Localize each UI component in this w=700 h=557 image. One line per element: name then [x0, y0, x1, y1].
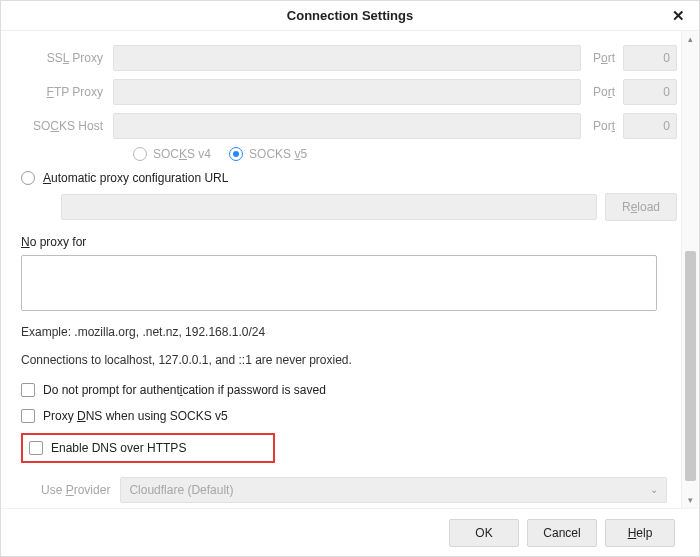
chevron-down-icon: ⌄ — [650, 484, 658, 495]
provider-value: Cloudflare (Default) — [129, 483, 233, 497]
checkbox-icon — [29, 441, 43, 455]
radio-icon — [229, 147, 243, 161]
checkbox-icon — [21, 383, 35, 397]
auto-config-url-input[interactable] — [61, 194, 597, 220]
help-button[interactable]: Help — [605, 519, 675, 547]
socks-host-row: SOCKS Host Port — [21, 113, 677, 139]
no-proxy-textarea[interactable] — [21, 255, 657, 311]
socks-port-input[interactable] — [623, 113, 677, 139]
highlight-box: Enable DNS over HTTPS — [21, 433, 275, 463]
ssl-port-label: Port — [587, 51, 617, 65]
radio-icon — [21, 171, 35, 185]
content-wrap: SSL Proxy Port FTP Proxy Port SOCKS Host… — [1, 31, 699, 508]
socks-v5-label: SOCKS v5 — [249, 147, 307, 161]
dialog-title: Connection Settings — [287, 8, 413, 23]
scroll-up-arrow-icon[interactable]: ▴ — [682, 31, 699, 47]
checkbox-icon — [21, 409, 35, 423]
proxy-dns-checkbox-row[interactable]: Proxy DNS when using SOCKS v5 — [21, 409, 677, 423]
ok-button[interactable]: OK — [449, 519, 519, 547]
no-proxy-note: Connections to localhost, 127.0.0.1, and… — [21, 350, 677, 370]
scroll-down-arrow-icon[interactable]: ▾ — [682, 492, 699, 508]
cancel-button[interactable]: Cancel — [527, 519, 597, 547]
reload-button[interactable]: Reload — [605, 193, 677, 221]
ssl-proxy-input[interactable] — [113, 45, 581, 71]
ftp-proxy-row: FTP Proxy Port — [21, 79, 677, 105]
no-proxy-example: Example: .mozilla.org, .net.nz, 192.168.… — [21, 322, 677, 342]
content: SSL Proxy Port FTP Proxy Port SOCKS Host… — [1, 31, 681, 508]
provider-select[interactable]: Cloudflare (Default) ⌄ — [120, 477, 667, 503]
provider-label: Use Provider — [41, 483, 110, 497]
no-proxy-label: No proxy for — [21, 235, 677, 249]
socks-port-label: Port — [587, 119, 617, 133]
socks-v5-radio[interactable]: SOCKS v5 — [229, 147, 307, 161]
vertical-scrollbar[interactable]: ▴ ▾ — [681, 31, 699, 508]
socks-host-label: SOCKS Host — [21, 119, 107, 133]
auto-config-radio[interactable]: Automatic proxy configuration URL — [21, 171, 677, 185]
ftp-port-input[interactable] — [623, 79, 677, 105]
ftp-proxy-input[interactable] — [113, 79, 581, 105]
socks-v4-label: SOCKS v4 — [153, 147, 211, 161]
proxy-dns-checkbox-label: Proxy DNS when using SOCKS v5 — [43, 409, 228, 423]
socks-v4-radio[interactable]: SOCKS v4 — [133, 147, 211, 161]
radio-icon — [133, 147, 147, 161]
ftp-proxy-label: FTP Proxy — [21, 85, 107, 99]
auth-checkbox-label: Do not prompt for authentication if pass… — [43, 383, 326, 397]
socks-version-group: SOCKS v4 SOCKS v5 — [133, 147, 677, 161]
auto-config-url-row: Reload — [61, 193, 677, 221]
auth-checkbox-row[interactable]: Do not prompt for authentication if pass… — [21, 383, 677, 397]
button-bar: OK Cancel Help — [1, 508, 699, 556]
ftp-port-label: Port — [587, 85, 617, 99]
titlebar: Connection Settings ✕ — [1, 1, 699, 31]
ssl-port-input[interactable] — [623, 45, 677, 71]
connection-settings-dialog: Connection Settings ✕ SSL Proxy Port FTP… — [0, 0, 700, 557]
auto-config-label: Automatic proxy configuration URL — [43, 171, 228, 185]
socks-host-input[interactable] — [113, 113, 581, 139]
scroll-thumb[interactable] — [685, 251, 696, 481]
close-icon: ✕ — [672, 7, 685, 25]
close-button[interactable]: ✕ — [663, 1, 693, 31]
ssl-proxy-label: SSL Proxy — [21, 51, 107, 65]
provider-row: Use Provider Cloudflare (Default) ⌄ — [41, 477, 677, 503]
dns-over-https-checkbox-label: Enable DNS over HTTPS — [51, 441, 186, 455]
ssl-proxy-row: SSL Proxy Port — [21, 45, 677, 71]
dns-over-https-checkbox-row[interactable]: Enable DNS over HTTPS — [29, 441, 267, 455]
